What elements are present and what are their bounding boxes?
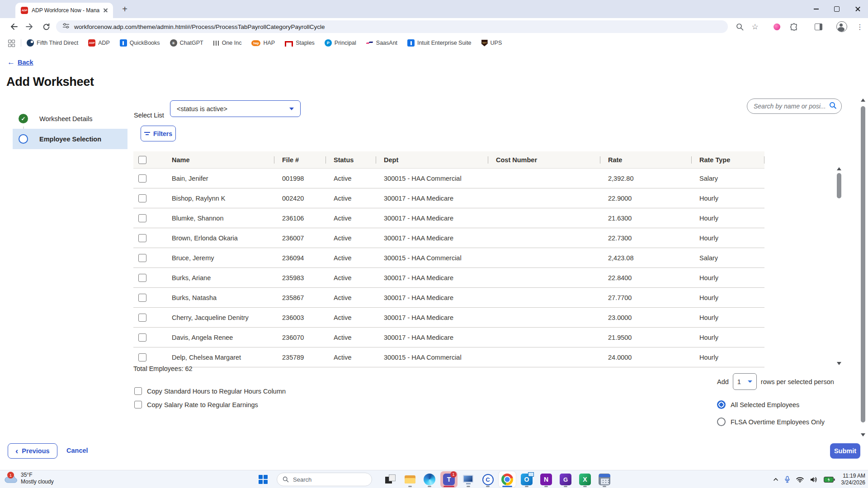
bookmark-item[interactable]: Fifth Third Direct [27, 39, 78, 47]
maximize-icon[interactable] [826, 0, 847, 18]
row-checkbox[interactable] [138, 254, 146, 262]
site-settings-icon[interactable] [62, 23, 70, 31]
page-scrollbar[interactable] [860, 99, 866, 436]
bookmark-item[interactable]: QuickBooks [120, 39, 160, 47]
row-checkbox[interactable] [138, 333, 146, 342]
clock[interactable]: 11:19 AM 3/24/2026 [841, 473, 865, 486]
row-checkbox[interactable] [138, 174, 146, 183]
lens-search-icon[interactable] [734, 21, 745, 32]
taskbar-app[interactable] [460, 471, 477, 488]
microphone-icon[interactable] [785, 476, 790, 483]
taskbar-app[interactable] [382, 471, 399, 488]
row-checkbox[interactable] [138, 194, 146, 202]
table-row[interactable]: Davis, Angela Renee 236070 Active 300017… [133, 328, 764, 347]
scroll-down-icon[interactable] [837, 362, 841, 365]
bookmark-item[interactable]: UPS [481, 40, 502, 47]
radio-selected-icon[interactable] [717, 400, 726, 409]
bookmark-item[interactable]: SaasAnt [366, 39, 397, 47]
bookmark-item[interactable]: Intuit Enterprise Suite [407, 39, 472, 47]
extensions-puzzle-icon[interactable] [788, 21, 799, 32]
menu-kebab-icon[interactable]: ⋮ [854, 21, 865, 32]
scroll-up-icon[interactable] [861, 99, 865, 102]
page-scroll-thumb[interactable] [861, 106, 865, 422]
row-checkbox[interactable] [138, 353, 146, 361]
taskbar-app[interactable] [421, 471, 438, 488]
row-checkbox[interactable] [138, 234, 146, 242]
table-row[interactable]: Burks, Natasha 235867 Active 300017 - HA… [133, 288, 764, 308]
volume-icon[interactable] [810, 477, 817, 483]
scroll-down-icon[interactable] [861, 433, 865, 436]
pink-extension-icon[interactable] [771, 21, 782, 32]
scroll-up-icon[interactable] [837, 167, 841, 170]
reload-icon[interactable] [41, 21, 52, 32]
url-bar[interactable]: workforcenow.adp.com/theme/admin.html#/P… [56, 20, 728, 33]
taskbar-weather[interactable]: 1 35°F Mostly cloudy [4, 472, 54, 485]
tray-expand-icon[interactable] [773, 478, 778, 481]
browser-tab[interactable]: ADP ADP Workforce Now - Manage [15, 3, 113, 18]
table-row[interactable]: Burks, Ariane 235983 Active 300017 - HAA… [133, 268, 764, 288]
col-cost-number[interactable]: Cost Number [488, 156, 600, 164]
taskbar-app[interactable] [576, 471, 594, 488]
table-scroll-thumb[interactable] [837, 173, 841, 198]
filters-button[interactable]: Filters [141, 126, 176, 141]
forward-icon[interactable] [24, 21, 35, 32]
bookmark-item[interactable]: Principal [325, 39, 356, 47]
taskbar-app[interactable] [538, 471, 555, 488]
table-row[interactable]: Brown, Erlonda Okaria 236007 Active 3000… [133, 228, 764, 248]
profile-avatar-icon[interactable] [836, 21, 847, 32]
row-checkbox[interactable] [138, 314, 146, 322]
tab-close-icon[interactable] [102, 7, 109, 14]
bookmark-item[interactable]: Staples [285, 39, 315, 47]
col-status[interactable]: Status [326, 156, 376, 164]
start-button[interactable] [259, 475, 268, 484]
table-row[interactable]: Bain, Jenifer 001998 Active 300015 - HAA… [133, 169, 764, 188]
cancel-link[interactable]: Cancel [66, 447, 88, 454]
row-checkbox[interactable] [138, 294, 146, 302]
table-row[interactable]: Delp, Chelsea Margaret 235789 Active 300… [133, 347, 764, 367]
rows-count-dropdown[interactable]: 1 [733, 373, 757, 390]
battery-icon[interactable] [824, 477, 835, 483]
table-row[interactable]: Blumke, Shannon 236106 Active 300017 - H… [133, 208, 764, 228]
taskbar-app[interactable]: 1 [440, 471, 458, 488]
employee-search-input[interactable] [749, 102, 829, 110]
apps-grid-icon[interactable] [8, 40, 14, 46]
taskbar-app[interactable] [518, 471, 535, 488]
bookmark-item[interactable]: One Inc [213, 40, 242, 46]
minimize-icon[interactable] [806, 0, 826, 18]
copy-standard-hours-checkbox[interactable] [134, 387, 142, 395]
bookmark-star-icon[interactable]: ☆ [750, 21, 760, 32]
taskbar-app[interactable] [596, 471, 613, 488]
close-icon[interactable] [847, 0, 868, 18]
taskbar-app[interactable] [557, 471, 574, 488]
step-worksheet-details[interactable]: Worksheet Details [13, 108, 127, 129]
search-icon[interactable] [829, 102, 837, 111]
col-rate[interactable]: Rate [600, 156, 691, 164]
bookmark-item[interactable]: HAP [251, 40, 275, 46]
table-row[interactable]: Cherry, Jacqueline Denitry 236003 Active… [133, 308, 764, 328]
side-panel-icon[interactable] [813, 21, 824, 32]
row-checkbox[interactable] [138, 274, 146, 282]
bookmark-item[interactable]: ChatGPT [170, 39, 203, 47]
taskbar-app[interactable] [479, 471, 496, 488]
step-employee-selection[interactable]: Employee Selection [13, 129, 127, 149]
back-icon[interactable] [8, 21, 19, 32]
col-dept[interactable]: Dept [376, 156, 488, 164]
row-checkbox[interactable] [138, 214, 146, 222]
taskbar-app[interactable] [499, 471, 516, 488]
select-all-checkbox[interactable] [138, 156, 146, 164]
copy-salary-rate-checkbox[interactable] [134, 401, 142, 408]
previous-button[interactable]: ‹ Previous [8, 443, 57, 459]
col-file[interactable]: File # [274, 156, 326, 164]
col-name[interactable]: Name [165, 156, 274, 164]
col-rate-type[interactable]: Rate Type [691, 156, 764, 164]
table-row[interactable]: Bishop, Raylynn K 002420 Active 300017 -… [133, 188, 764, 208]
taskbar-search[interactable]: Search [277, 473, 372, 486]
select-list-dropdown[interactable]: <status is active> [170, 100, 301, 117]
table-row[interactable]: Bruce, Jeremy 236094 Active 300015 - HAA… [133, 248, 764, 268]
bookmark-item[interactable]: ADP [88, 39, 110, 47]
submit-button[interactable]: Submit [830, 443, 860, 459]
radio-unselected-icon[interactable] [717, 418, 726, 426]
new-tab-button[interactable]: + [118, 3, 131, 15]
back-link[interactable]: ← Back [7, 58, 33, 67]
taskbar-app[interactable] [401, 471, 419, 488]
